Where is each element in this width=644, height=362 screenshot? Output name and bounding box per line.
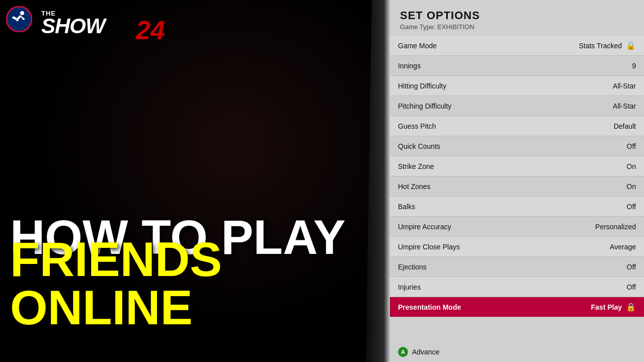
option-value: Off [627,283,636,291]
option-right: Off [627,142,636,150]
option-label: Innings [398,62,421,70]
game-type-subtitle: Game Type: EXHIBITION [400,23,634,31]
option-label: Quick Counts [398,142,440,150]
option-row[interactable]: InjuriesOff [390,277,644,297]
option-right: Off [627,263,636,271]
option-row[interactable]: Hitting DifficultyAll-Star [390,76,644,96]
option-value: Fast Play [591,303,622,311]
option-label: Guess Pitch [398,122,436,130]
show-24-text: THE SHOW [41,10,105,36]
option-row[interactable]: EjectionsOff [390,257,644,277]
lock-icon: 🔒 [626,302,636,312]
lock-icon: 🔒 [626,41,636,50]
option-right: All-Star [613,102,636,110]
option-value: Stats Tracked [579,42,622,50]
option-label: Game Mode [398,42,437,50]
right-panel: SET OPTIONS Game Type: EXHIBITION Game M… [390,0,644,362]
friends-online-text: FRIENDS ONLINE [10,235,390,332]
option-right: All-Star [613,82,636,90]
option-row[interactable]: Hot ZonesOn [390,176,644,197]
option-label: Hot Zones [398,183,431,191]
svg-point-2 [20,11,24,15]
set-options-header: SET OPTIONS Game Type: EXHIBITION [390,0,644,36]
option-label: Injuries [398,283,421,291]
advance-button-icon[interactable]: A [398,347,408,357]
option-label: Pitching Difficulty [398,102,451,110]
option-right: Default [614,122,636,130]
option-row[interactable]: Game ModeStats Tracked🔒 [390,36,644,56]
option-right: Fast Play🔒 [591,302,636,312]
option-row[interactable]: Umpire AccuracyPersonalized [390,217,644,237]
option-value: On [626,183,636,191]
option-row[interactable]: Umpire Close PlaysAverage [390,237,644,257]
left-panel: THE SHOW 24 HOW TO PLAY FRIENDS ONLINE [0,0,390,362]
option-label: Presentation Mode [398,303,461,311]
option-right: On [626,162,636,170]
option-row[interactable]: Pitching DifficultyAll-Star [390,96,644,116]
option-label: Ejections [398,263,427,271]
show-label: SHOW [41,17,105,36]
option-value: Off [627,263,636,271]
option-label: Umpire Close Plays [398,243,460,251]
option-value: All-Star [613,102,636,110]
option-right: Off [627,203,636,211]
option-value: Off [627,142,636,150]
option-label: Strike Zone [398,162,434,170]
option-value: All-Star [613,82,636,90]
option-right: 9 [632,62,636,70]
option-right: Average [610,243,636,251]
option-right: Personalized [595,223,636,231]
option-value: 9 [632,62,636,70]
option-label: Hitting Difficulty [398,82,446,90]
option-value: Default [614,122,636,130]
option-row[interactable]: Presentation ModeFast Play🔒 [390,297,644,317]
options-list: Game ModeStats Tracked🔒Innings9Hitting D… [390,36,644,342]
option-right: On [626,183,636,191]
option-row[interactable]: Strike ZoneOn [390,156,644,176]
advance-label: Advance [412,348,439,356]
set-options-title: SET OPTIONS [400,9,634,22]
option-label: Balks [398,203,415,211]
mlb-logo: THE SHOW 24 [6,6,32,32]
option-value: On [626,162,636,170]
option-value: Personalized [595,223,636,231]
option-right: Stats Tracked🔒 [579,41,636,50]
option-value: Off [627,203,636,211]
advance-bar: A Advance [390,342,644,362]
option-row[interactable]: Innings9 [390,56,644,76]
option-row[interactable]: BalksOff [390,197,644,217]
option-label: Umpire Accuracy [398,223,451,231]
option-row[interactable]: Guess PitchDefault [390,116,644,136]
option-value: Average [610,243,636,251]
option-row[interactable]: Quick CountsOff [390,136,644,156]
option-right: Off [627,283,636,291]
year-label: 24 [136,15,165,45]
mlb-shield-icon [6,6,32,32]
